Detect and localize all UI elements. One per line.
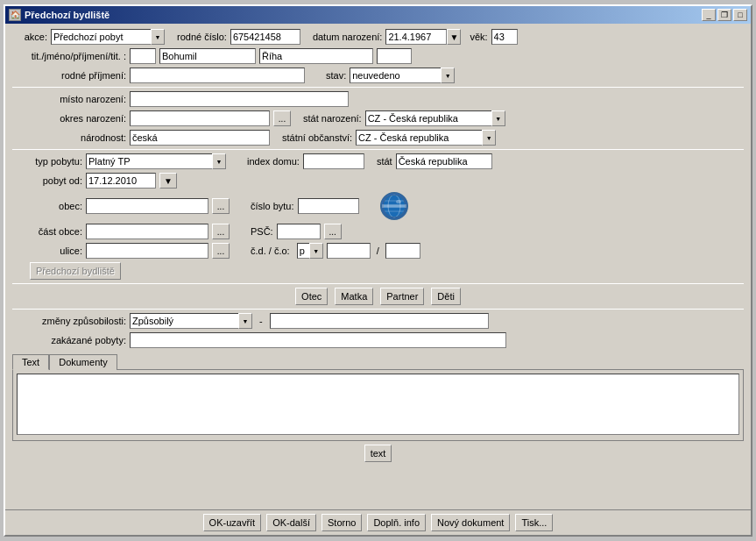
row-zakazane-pobyty: zakázané pobyty: bbox=[12, 332, 744, 348]
typ-pobytu-select[interactable]: Platný TP bbox=[86, 153, 226, 169]
index-domu-input[interactable] bbox=[303, 153, 364, 169]
storno-btn[interactable]: Storno bbox=[321, 514, 362, 531]
row-jmeno: tit./jméno/příjmení/tit. : bbox=[12, 48, 744, 64]
cd-type-wrapper: p ▼ bbox=[297, 243, 323, 259]
akce-label: akce: bbox=[12, 32, 47, 42]
vek-input[interactable] bbox=[491, 29, 518, 45]
cast-obce-browse-btn[interactable]: ... bbox=[212, 224, 230, 239]
rodne-prijmeni-input[interactable] bbox=[130, 68, 305, 83]
text-area[interactable] bbox=[17, 374, 739, 435]
row-narodnost: národnost: státní občanství: CZ - Česká … bbox=[12, 130, 744, 146]
datum-narozeni-input[interactable] bbox=[385, 29, 447, 45]
typ-pobytu-wrapper: Platný TP ▼ bbox=[86, 153, 226, 169]
otec-btn[interactable]: Otec bbox=[295, 288, 328, 305]
statni-obcanstvi-select[interactable]: CZ - Česká republika bbox=[356, 130, 496, 146]
okres-browse-btn[interactable]: ... bbox=[273, 110, 291, 126]
text-btn[interactable]: text bbox=[364, 445, 392, 462]
matka-btn[interactable]: Matka bbox=[335, 288, 373, 305]
row-ulice: ulice: ... č.d. / č.o: p ▼ / bbox=[12, 243, 744, 259]
bottom-bar: OK-uzavřít OK-další Storno Doplň. info N… bbox=[5, 509, 751, 535]
datum-narozeni-label: datum narození: bbox=[313, 32, 383, 42]
title-bar: 🏠 Předchozí bydliště _ ❐ □ bbox=[5, 6, 751, 24]
stat-narozeni-select[interactable]: CZ - Česká republika bbox=[365, 110, 505, 126]
rodne-cislo-input[interactable] bbox=[230, 29, 300, 45]
misto-narozeni-input[interactable] bbox=[130, 91, 349, 107]
row-obec: obec: ... číslo bytu: bbox=[12, 192, 744, 220]
tab-dokumenty[interactable]: Dokumenty bbox=[49, 354, 117, 370]
ulice-input[interactable] bbox=[86, 243, 208, 259]
tit-prefix-input[interactable] bbox=[130, 48, 156, 64]
okres-narozeni-input[interactable] bbox=[130, 110, 270, 126]
zakazane-pobyty-input[interactable] bbox=[130, 332, 506, 348]
datum-dropdown-btn[interactable]: ▼ bbox=[447, 29, 461, 45]
statni-obcanstvi-label: státní občanství: bbox=[282, 132, 352, 143]
stat-label: stát bbox=[377, 156, 392, 167]
stav-select-wrapper: neuvedeno ▼ bbox=[350, 68, 455, 83]
title-bar-buttons: _ ❐ □ bbox=[702, 9, 747, 21]
cislo-bytu-label: číslo bytu: bbox=[251, 201, 294, 211]
tab-text[interactable]: Text bbox=[12, 354, 49, 370]
prijmeni-input[interactable] bbox=[259, 48, 373, 64]
tisk-btn[interactable]: Tisk... bbox=[515, 514, 553, 531]
datum-narozeni-wrapper: ▼ bbox=[385, 29, 461, 45]
row-akce: akce: Předchozí pobyt ▼ rodné číslo: dat… bbox=[12, 29, 744, 45]
row-okres-narozeni: okres narození: ... stát narození: CZ - … bbox=[12, 110, 744, 126]
deti-btn[interactable]: Děti bbox=[431, 288, 461, 305]
row-relations: Otec Matka Partner Děti bbox=[12, 288, 744, 305]
row-pobyt-od: pobyt od: ▼ bbox=[12, 173, 744, 189]
text-btn-row: text bbox=[12, 445, 744, 462]
row-misto-narozeni: místo narození: bbox=[12, 91, 744, 107]
pobyt-od-dropdown-btn[interactable]: ▼ bbox=[159, 173, 177, 189]
novy-dokument-btn[interactable]: Nový dokument bbox=[431, 514, 510, 531]
tab-bar: Text Dokumenty bbox=[12, 353, 744, 369]
separator-1 bbox=[12, 87, 744, 88]
narodnost-input[interactable] bbox=[130, 130, 270, 146]
tabs-container: Text Dokumenty text bbox=[12, 353, 744, 462]
cd-type-select[interactable]: p bbox=[297, 243, 323, 259]
zmeny-zpusobilosti-select[interactable]: Způsobilý bbox=[130, 313, 252, 329]
stat-narozeni-label: stát narození: bbox=[303, 113, 362, 124]
psc-browse-btn[interactable]: ... bbox=[324, 224, 342, 239]
maximize-button[interactable]: □ bbox=[733, 9, 747, 21]
restore-button[interactable]: ❐ bbox=[717, 9, 731, 21]
partner-btn[interactable]: Partner bbox=[380, 288, 424, 305]
cd-input[interactable] bbox=[327, 243, 371, 259]
vek-label: věk: bbox=[470, 32, 487, 42]
jmeno-input[interactable] bbox=[159, 48, 256, 64]
tit-suffix-input[interactable] bbox=[377, 48, 412, 64]
cast-obce-label: část obce: bbox=[12, 226, 82, 237]
okres-narozeni-label: okres narození: bbox=[12, 113, 126, 124]
stav-label: stav: bbox=[326, 70, 346, 81]
zmeny-zpusobilosti-text-input[interactable] bbox=[270, 313, 489, 329]
rodne-cislo-label: rodné číslo: bbox=[177, 32, 227, 42]
cislo-bytu-input[interactable] bbox=[298, 198, 359, 214]
minimize-button[interactable]: _ bbox=[702, 9, 716, 21]
row-cast-obce: část obce: ... PSČ: ... bbox=[12, 224, 744, 239]
window-icon: 🏠 bbox=[9, 9, 21, 21]
pobyt-od-input[interactable] bbox=[86, 173, 156, 189]
ok-uzavrit-btn[interactable]: OK-uzavřít bbox=[203, 514, 262, 531]
row-typ-pobytu: typ pobytu: Platný TP ▼ index domu: stát bbox=[12, 153, 744, 169]
obec-browse-btn[interactable]: ... bbox=[212, 198, 230, 214]
psc-input[interactable] bbox=[277, 224, 321, 239]
akce-select[interactable]: Předchozí pobyt bbox=[51, 29, 165, 45]
stat-input[interactable] bbox=[396, 153, 492, 169]
dopln-info-btn[interactable]: Doplň. info bbox=[367, 514, 426, 531]
ulice-browse-btn[interactable]: ... bbox=[212, 243, 230, 259]
stav-select[interactable]: neuvedeno bbox=[350, 68, 455, 83]
co-input[interactable] bbox=[385, 243, 420, 259]
separator-3 bbox=[12, 283, 744, 284]
ok-dalsi-btn[interactable]: OK-další bbox=[266, 514, 316, 531]
predchozi-bydliste-btn[interactable]: Předchozí bydliště bbox=[30, 262, 121, 280]
obec-input[interactable] bbox=[86, 198, 208, 214]
cast-obce-input[interactable] bbox=[86, 224, 208, 239]
zmeny-zpusobilosti-wrapper: Způsobilý ▼ bbox=[130, 313, 252, 329]
pobyt-od-label: pobyt od: bbox=[12, 175, 82, 186]
separator-4 bbox=[12, 309, 744, 310]
zmeny-zpusobilosti-label: změny způsobilosti: bbox=[12, 316, 126, 326]
svg-point-6 bbox=[396, 200, 401, 203]
statni-obcanstvi-wrapper: CZ - Česká republika ▼ bbox=[356, 130, 496, 146]
globe-icon[interactable] bbox=[380, 192, 408, 220]
row-predchozi-bydliste: Předchozí bydliště bbox=[12, 262, 744, 280]
typ-pobytu-label: typ pobytu: bbox=[12, 156, 82, 167]
